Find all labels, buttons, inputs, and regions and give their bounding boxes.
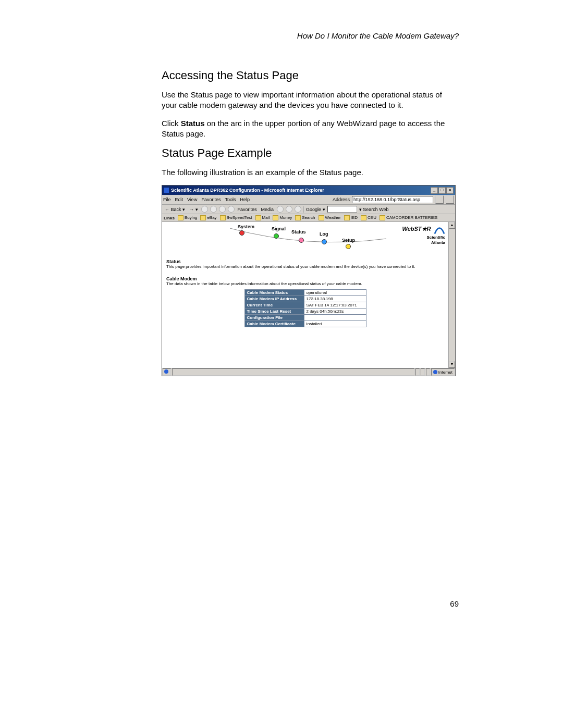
link-camcorder[interactable]: CAMCORDER BATTERIES: [380, 215, 438, 220]
menubar: File Edit View Favorites Tools Help: [163, 197, 250, 202]
table-row: Time Since Last Reset2 days 04h:50m:23s: [244, 309, 366, 315]
google-search-input[interactable]: [327, 206, 357, 213]
status-cell: [415, 368, 420, 376]
brand-block: WebST★R Scientific Atlanta: [402, 225, 445, 245]
click-text-pre: Click: [162, 119, 181, 128]
ie-window: Scientific Atlanta DPR362 Configuration …: [162, 185, 456, 376]
favorites-button[interactable]: Favorites: [237, 207, 258, 212]
cell-key: Time Since Last Reset: [244, 309, 304, 315]
status-table: Cable Modem Statusoperational Cable Mode…: [244, 289, 366, 327]
status-cell: [421, 368, 425, 376]
arc-setup-label: Setup: [342, 238, 355, 243]
cell-val: 172.18.38.198: [304, 296, 366, 302]
window-title: Scientific Atlanta DPR362 Configuration …: [171, 188, 431, 193]
arc-log-label: Log: [320, 231, 328, 237]
ie-icon: [164, 188, 169, 193]
table-row: Cable Modem CertificateInstalled: [244, 321, 366, 327]
scroll-down-icon[interactable]: ▼: [449, 361, 455, 368]
minimize-button[interactable]: _: [431, 187, 438, 194]
links-label: Links: [164, 216, 175, 220]
forward-button[interactable]: → ▾: [188, 207, 199, 212]
media-button[interactable]: Media: [260, 207, 275, 212]
status-heading: Status: [166, 259, 444, 264]
sa-name-2: Atlanta: [431, 240, 445, 245]
menu-file[interactable]: File: [163, 197, 171, 202]
address-label: Address: [333, 197, 350, 202]
menu-edit[interactable]: Edit: [175, 197, 183, 202]
menu-address-row: File Edit View Favorites Tools Help Addr…: [162, 195, 455, 205]
link-mail[interactable]: Mail: [255, 215, 270, 220]
link-weather[interactable]: Weather: [319, 215, 341, 220]
search-web-button[interactable]: ▾ Search Web: [359, 207, 389, 212]
cell-key: Cable Modem IP Address: [244, 296, 304, 302]
menu-help[interactable]: Help: [240, 197, 250, 202]
status-desc: This page provides important information…: [166, 264, 444, 269]
back-label: Back: [171, 207, 181, 212]
menu-favorites[interactable]: Favorites: [201, 197, 221, 202]
cell-key: Cable Modem Status: [244, 290, 304, 296]
page-number: 69: [450, 599, 459, 608]
google-label: Google ▾: [306, 207, 325, 212]
sa-swirl-icon: [434, 225, 445, 235]
cell-val: [304, 315, 366, 321]
page-content: System Signal Status Log Setup WebST★R: [162, 222, 455, 368]
history-icon[interactable]: [277, 206, 284, 213]
mail-icon[interactable]: [286, 206, 292, 213]
link-ceu[interactable]: CEU: [361, 215, 376, 220]
back-button[interactable]: ← Back ▾: [164, 207, 186, 212]
heading-example: Status Page Example: [162, 146, 459, 160]
cell-val: Installed: [304, 321, 366, 327]
table-row: Cable Modem IP Address172.18.38.198: [244, 296, 366, 302]
close-button[interactable]: ×: [446, 187, 454, 194]
titlebar: Scientific Atlanta DPR362 Configuration …: [162, 186, 455, 195]
menu-view[interactable]: View: [187, 197, 197, 202]
menu-tools[interactable]: Tools: [225, 197, 236, 202]
search-icon[interactable]: [228, 206, 235, 213]
home-icon[interactable]: [219, 206, 226, 213]
click-text-bold: Status: [181, 119, 205, 128]
go-button[interactable]: [435, 195, 444, 204]
link-search[interactable]: Search: [295, 215, 315, 220]
arc-system-label: System: [238, 224, 254, 229]
link-buying[interactable]: Buying: [178, 215, 197, 220]
webstar-logo: WebST★R: [402, 226, 431, 232]
maximize-button[interactable]: □: [438, 187, 446, 194]
document-page: How Do I Monitor the Cable Modem Gateway…: [0, 0, 563, 728]
status-body: Status This page provides important info…: [162, 259, 448, 327]
cable-modem-desc: The data shown in the table below provid…: [166, 281, 444, 286]
cell-val: operational: [304, 290, 366, 296]
link-speedtest[interactable]: BwSpeedTest: [220, 215, 252, 220]
scroll-up-icon[interactable]: ▲: [449, 222, 455, 229]
cable-modem-heading: Cable Modem: [166, 276, 444, 281]
link-ebay[interactable]: eBay: [200, 215, 216, 220]
links-button[interactable]: [446, 195, 454, 204]
arc-status-label: Status: [291, 229, 306, 235]
intro-paragraph: Use the Status page to view important in…: [162, 90, 459, 111]
click-paragraph: Click Status on the arc in the upper por…: [162, 118, 459, 140]
print-icon[interactable]: [295, 206, 301, 213]
stop-icon[interactable]: [201, 206, 208, 213]
status-zone-label: Internet: [438, 370, 452, 375]
statusbar: Internet: [162, 368, 455, 376]
status-zone: Internet: [431, 368, 455, 376]
arc-signal-label: Signal: [272, 226, 286, 231]
link-ied[interactable]: IED: [344, 215, 358, 220]
search-web-label: Search Web: [363, 207, 388, 212]
table-row: Configuration File: [244, 315, 366, 321]
toolbar: ← Back ▾ → ▾ Favorites Media Google ▾ ▾ …: [162, 205, 455, 214]
links-bar: Links Buying eBay BwSpeedTest Mail Money…: [162, 214, 455, 222]
running-header: How Do I Monitor the Cable Modem Gateway…: [162, 31, 459, 40]
table-row: Cable Modem Statusoperational: [244, 290, 366, 296]
cell-val: SAT FEB 14 12:17:03 2071: [304, 302, 366, 309]
sa-name-1: Scientific: [426, 235, 445, 240]
status-ie-icon: [163, 368, 171, 376]
cell-key: Cable Modem Certificate: [244, 321, 304, 327]
cell-val: 2 days 04h:50m:23s: [304, 309, 366, 315]
globe-icon: [433, 370, 437, 374]
address-input[interactable]: http://192.168.0.1/bprStatus.asp: [352, 196, 433, 203]
scrollbar[interactable]: ▲ ▼: [448, 222, 455, 368]
status-cell: [426, 368, 430, 376]
link-money[interactable]: Money: [273, 215, 292, 220]
table-row: Current TimeSAT FEB 14 12:17:03 2071: [244, 302, 366, 309]
refresh-icon[interactable]: [210, 206, 217, 213]
